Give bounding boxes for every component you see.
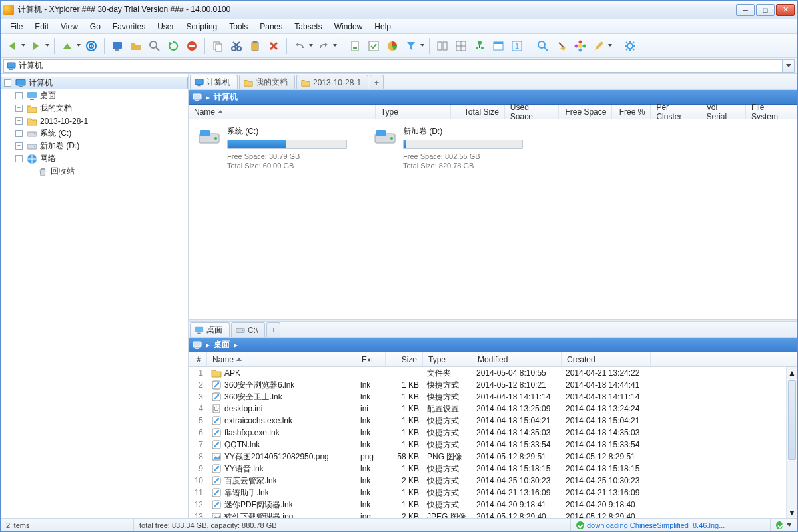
tab-add-button[interactable]: + — [266, 322, 280, 337]
file-row[interactable]: 13软件下载管理器.jpgjpg2 KBJPEG 图像2014-05-12 8:… — [189, 511, 797, 518]
tree-node[interactable]: +2013-10-28-1 — [1, 115, 188, 127]
column-header[interactable]: Size — [386, 352, 423, 366]
file-list[interactable]: ▲ ▼ 1APK文件夹2014-05-04 8:10:552014-04-21 … — [189, 367, 797, 518]
column-header[interactable]: Used Space — [505, 105, 559, 119]
menu-file[interactable]: File — [5, 21, 28, 33]
expander-icon[interactable]: + — [15, 155, 23, 162]
maximize-button[interactable]: □ — [756, 4, 775, 16]
scrollbar[interactable]: ▲ ▼ — [786, 367, 797, 518]
tree-node[interactable]: +系统 (C:) — [1, 127, 188, 140]
target-button[interactable] — [83, 37, 100, 55]
tab[interactable]: 我的文档 — [239, 75, 295, 89]
column-header[interactable]: Type — [376, 105, 451, 119]
file-row[interactable]: 9YY语音.lnklnk1 KB快捷方式2014-04-18 15:18:152… — [189, 463, 797, 475]
copy-button[interactable] — [209, 37, 226, 55]
scroll-up-icon[interactable]: ▲ — [787, 367, 797, 378]
stop-button[interactable] — [183, 37, 200, 55]
column-header[interactable]: Free Space — [559, 105, 613, 119]
new-doc-button[interactable] — [346, 37, 364, 55]
expander-icon[interactable]: + — [15, 142, 23, 150]
file-row[interactable]: 5extraicochs.exe.lnklnk1 KB快捷方式2014-04-1… — [189, 415, 797, 427]
column-header[interactable]: Ext — [356, 352, 386, 366]
expander-icon[interactable]: + — [15, 92, 23, 99]
delete-button[interactable] — [265, 37, 282, 55]
column-header[interactable]: Name — [189, 105, 376, 119]
file-row[interactable]: 4desktop.iniini1 KB配置设置2014-04-18 13:25:… — [189, 403, 797, 415]
expander-icon[interactable]: + — [15, 105, 23, 112]
drive-item[interactable]: 系统 (C:)Free Space: 30.79 GBTotal Size: 6… — [198, 126, 347, 171]
find-button[interactable] — [534, 37, 552, 55]
expander-icon[interactable]: - — [4, 79, 11, 87]
tree-node[interactable]: -计算机 — [1, 77, 188, 89]
bottom-path-bar[interactable]: ▸ 桌面 ▸ — [189, 338, 797, 352]
monitor-button[interactable] — [109, 37, 126, 55]
menu-window[interactable]: Window — [329, 21, 368, 33]
broom-button[interactable] — [553, 37, 570, 55]
scrollbar-thumb[interactable] — [788, 380, 796, 460]
minimize-button[interactable]: ─ — [736, 4, 755, 16]
paste-button[interactable] — [246, 37, 264, 55]
top-column-header[interactable]: NameTypeTotal SizeUsed SpaceFree SpaceFr… — [189, 105, 797, 119]
index1-button[interactable]: 1 — [508, 37, 526, 55]
column-header[interactable]: Created — [562, 352, 651, 366]
window-button[interactable] — [490, 37, 507, 55]
file-row[interactable]: 10百度云管家.lnklnk2 KB快捷方式2014-04-25 10:30:2… — [189, 475, 797, 487]
tree-node[interactable]: +网络 — [1, 152, 188, 165]
forward-button[interactable] — [27, 37, 45, 55]
gear-button[interactable] — [621, 37, 639, 55]
menu-help[interactable]: Help — [369, 21, 396, 33]
panels-button[interactable] — [434, 37, 451, 55]
file-row[interactable]: 7QQTN.lnklnk1 KB快捷方式2014-04-18 15:33:542… — [189, 439, 797, 451]
tab[interactable]: 计算机 — [190, 75, 238, 89]
close-button[interactable]: ✕ — [776, 4, 795, 16]
column-header[interactable]: Modified — [472, 352, 562, 366]
menu-panes[interactable]: Panes — [254, 21, 288, 33]
up-button[interactable] — [59, 37, 76, 55]
menu-tabsets[interactable]: Tabsets — [289, 21, 327, 33]
tree-button[interactable] — [471, 37, 488, 55]
color-picker-button[interactable] — [572, 37, 589, 55]
column-header[interactable]: Free % — [612, 105, 651, 119]
drive-item[interactable]: 新加卷 (D:)Free Space: 802.55 GBTotal Size:… — [374, 126, 523, 171]
file-row[interactable]: 11靠谱助手.lnklnk1 KB快捷方式2014-04-21 13:16:09… — [189, 487, 797, 499]
file-row[interactable]: 12迷你PDF阅读器.lnklnk1 KB快捷方式2014-04-20 9:18… — [189, 499, 797, 511]
address-field[interactable]: 计算机 — [3, 59, 783, 73]
column-header[interactable]: Vol Serial — [701, 105, 746, 119]
filter-button[interactable] — [402, 37, 420, 55]
column-header[interactable]: Per Cluster — [651, 105, 701, 119]
undo-button[interactable] — [291, 37, 308, 55]
column-header[interactable]: # — [189, 352, 207, 366]
piechart-button[interactable] — [384, 37, 401, 55]
tab[interactable]: 2013-10-28-1 — [296, 75, 368, 89]
menu-go[interactable]: Go — [85, 21, 106, 33]
menu-tools[interactable]: Tools — [224, 21, 253, 33]
redo-button[interactable] — [315, 37, 332, 55]
scroll-down-icon[interactable]: ▼ — [787, 507, 797, 518]
menu-user[interactable]: User — [152, 21, 179, 33]
column-header[interactable]: File System — [746, 105, 797, 119]
tree-node[interactable]: +新加卷 (D:) — [1, 140, 188, 152]
file-row[interactable]: 8YY截图20140512082950.pngpng58 KBPNG 图像201… — [189, 451, 797, 463]
cut-button[interactable] — [228, 37, 245, 55]
checkbox-button[interactable] — [365, 37, 382, 55]
folder-tree[interactable]: -计算机+桌面+我的文档+2013-10-28-1+系统 (C:)+新加卷 (D… — [1, 74, 189, 518]
tree-node[interactable]: 回收站 — [1, 165, 188, 178]
expander-icon[interactable]: + — [15, 117, 23, 125]
file-row[interactable]: 3360安全卫士.lnklnk1 KB快捷方式2014-04-18 14:11:… — [189, 391, 797, 403]
grid-button[interactable] — [452, 37, 470, 55]
menu-edit[interactable]: Edit — [29, 21, 54, 33]
refresh-button[interactable] — [165, 37, 182, 55]
search-button[interactable] — [146, 37, 163, 55]
menu-view[interactable]: View — [55, 21, 83, 33]
status-download-link[interactable]: downloading ChineseSimplified_8.46.lng..… — [587, 521, 725, 529]
file-row[interactable]: 1APK文件夹2014-05-04 8:10:552014-04-21 13:2… — [189, 367, 797, 379]
address-dropdown-button[interactable] — [783, 59, 795, 73]
file-row[interactable]: 2360安全浏览器6.lnklnk1 KB快捷方式2014-05-12 8:10… — [189, 379, 797, 391]
column-header[interactable]: Name — [207, 352, 356, 366]
menu-scripting[interactable]: Scripting — [181, 21, 223, 33]
back-button[interactable] — [3, 37, 21, 55]
column-header[interactable]: Type — [423, 352, 472, 366]
tab[interactable]: 桌面 — [190, 322, 230, 337]
file-row[interactable]: 6flashfxp.exe.lnklnk1 KB快捷方式2014-04-18 1… — [189, 427, 797, 439]
tree-node[interactable]: +我的文档 — [1, 102, 188, 115]
